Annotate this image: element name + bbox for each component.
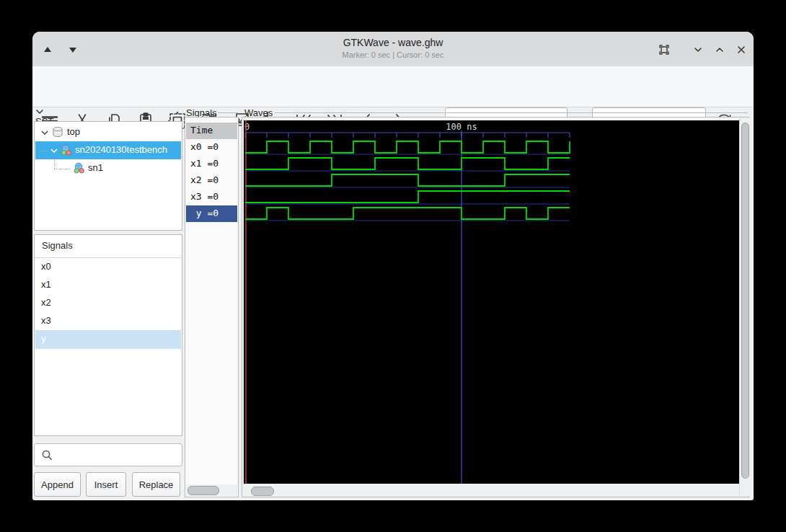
append-button[interactable]: Append (34, 472, 81, 497)
tree-connector (40, 151, 48, 151)
tree-connector (54, 169, 70, 169)
waves-vscrollbar-thumb[interactable] (741, 123, 749, 479)
marker-cursor-status: Marker: 0 sec | Cursor: 0 sec (32, 50, 754, 59)
svg-text:100 ns: 100 ns (446, 122, 477, 132)
insert-button[interactable]: Insert (86, 472, 126, 497)
wave-row-x1[interactable]: x1 =0 (186, 156, 237, 172)
signal-search (34, 443, 182, 466)
close-icon (736, 44, 747, 56)
tree-item-top[interactable]: top (35, 123, 181, 141)
fullscreen-button[interactable] (658, 44, 670, 56)
maximize-button[interactable] (714, 44, 725, 56)
signal-browser-title: Signals (42, 240, 73, 251)
toolbar: From: To: (32, 66, 754, 107)
close-button[interactable] (736, 44, 747, 56)
fullscreen-icon (658, 44, 670, 56)
waves-panel: 0100 ns (242, 117, 749, 497)
expander-down-icon (40, 128, 49, 137)
chevron-down-icon (692, 44, 704, 56)
module-icon (60, 143, 73, 156)
window-title: GTKWave - wave.ghw (32, 37, 754, 48)
gtkwave-window: GTKWave - wave.ghw Marker: 0 sec | Curso… (32, 32, 754, 500)
sst-tree: top sn20240130testbench sn1 (34, 121, 182, 231)
tree-item-label: top (67, 126, 80, 137)
tree-item-label: sn20240130testbench (75, 144, 167, 155)
tree-item-sn1[interactable]: sn1 (35, 159, 181, 177)
expander-down-icon (35, 107, 44, 116)
time-header[interactable]: Time (186, 123, 237, 139)
signals-frame-rule (218, 112, 238, 113)
tree-item-testbench[interactable]: sn20240130testbench (35, 141, 181, 159)
waves-hscrollbar-thumb[interactable] (251, 487, 274, 496)
search-input[interactable] (56, 447, 180, 459)
list-item-x0[interactable]: x0 (35, 258, 181, 276)
wave-row-x3[interactable]: x3 =0 (186, 189, 237, 205)
chevron-up-icon (714, 44, 725, 56)
wave-name-column: Time x0 =0 x1 =0 x2 =0 x3 =0 y =0 (185, 117, 239, 497)
wave-row-x0[interactable]: x0 =0 (186, 139, 237, 156)
waves-hscrollbar[interactable] (243, 485, 739, 497)
name-column-hscrollbar[interactable] (186, 484, 237, 496)
tree-item-label: sn1 (88, 162, 103, 173)
tree-connector (54, 159, 55, 169)
waveform-plot: 0100 ns (244, 120, 740, 484)
signal-browser: Signals x0 x1 x2 x3 y (34, 234, 182, 436)
replace-button[interactable]: Replace (132, 472, 180, 497)
titlebar-text: GTKWave - wave.ghw Marker: 0 sec | Curso… (32, 37, 754, 59)
minimize-button[interactable] (692, 44, 704, 56)
module-icon (73, 161, 86, 174)
list-item-x2[interactable]: x2 (35, 294, 181, 312)
list-item-x1[interactable]: x1 (35, 276, 181, 294)
waves-frame-rule (275, 112, 748, 113)
hierarchy-icon (51, 125, 64, 138)
list-item-y[interactable]: y (35, 330, 181, 349)
name-column-hscrollbar-thumb[interactable] (187, 486, 219, 495)
expander-down-icon (50, 146, 58, 155)
wave-row-y[interactable]: y =0 (186, 205, 237, 222)
wave-canvas[interactable]: 0100 ns (244, 120, 740, 484)
waves-vscrollbar[interactable] (739, 118, 749, 496)
titlebar: GTKWave - wave.ghw Marker: 0 sec | Curso… (32, 32, 754, 67)
signal-browser-header: Signals (35, 235, 182, 258)
list-item-x3[interactable]: x3 (35, 312, 181, 330)
search-icon (41, 449, 53, 461)
svg-text:0: 0 (244, 122, 250, 132)
wave-row-x2[interactable]: x2 =0 (186, 172, 237, 189)
